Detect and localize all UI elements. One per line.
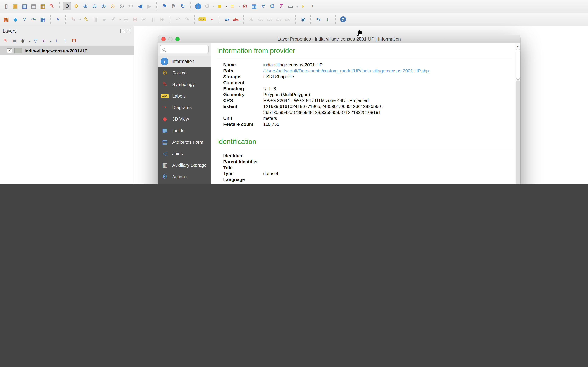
collapse-all-icon[interactable]: ↑	[62, 37, 69, 44]
paste-features-icon[interactable]: ⊞	[158, 15, 167, 24]
new-virtual-layer-icon[interactable]: V	[54, 15, 62, 24]
sidebar-item-attributes-form[interactable]: ▤ Attributes Form	[158, 136, 211, 148]
select-features-icon[interactable]: ■	[216, 2, 224, 10]
expand-all-icon[interactable]: ↓	[53, 37, 60, 44]
sidebar-item-actions[interactable]: ⚙ Actions	[158, 171, 211, 183]
map-tips-icon[interactable]: ◗	[299, 2, 307, 10]
undo-icon[interactable]: ↶	[173, 15, 182, 24]
toggle-editing-icon[interactable]: ✎	[82, 15, 90, 24]
filter-expression-icon[interactable]: ε	[41, 37, 48, 44]
redo-icon[interactable]: ↷	[183, 15, 191, 24]
remove-layer-icon[interactable]: ⊟	[70, 37, 78, 44]
zoom-in-icon[interactable]: ⊕	[81, 2, 90, 10]
sidebar-item-display[interactable]: ◗ Display	[158, 183, 211, 184]
plugin-installer-icon[interactable]: ↓	[323, 15, 332, 24]
sidebar-item-information[interactable]: i Information	[158, 56, 211, 67]
zoom-to-layer-icon[interactable]: ⊙	[118, 2, 126, 10]
zoom-to-selection-icon[interactable]: ⊙	[109, 2, 117, 10]
pan-to-selection-icon[interactable]: ✥	[72, 2, 80, 10]
delete-selected-icon[interactable]: ⊟	[131, 15, 139, 24]
show-hide-labels-icon[interactable]: abc	[256, 15, 265, 24]
change-label-icon[interactable]: abc	[284, 15, 292, 24]
dialog-search-input[interactable]	[167, 47, 206, 52]
stop-labeling-icon[interactable]: abc	[232, 15, 240, 24]
scrollbar-thumb[interactable]	[516, 49, 520, 80]
help-icon[interactable]: ?	[339, 15, 347, 24]
new-memory-layer-icon[interactable]: ▦	[38, 15, 47, 24]
sidebar-item-auxiliary-storage[interactable]: ▥ Auxiliary Storage	[158, 159, 211, 171]
sidebar-item-source[interactable]: ⚙ Source	[158, 67, 211, 79]
save-project-icon[interactable]: ▥	[20, 2, 29, 10]
sidebar-item-diagrams[interactable]: ◔ Diagrams	[158, 102, 211, 113]
hand-cursor	[355, 29, 364, 39]
panel-close-icon[interactable]	[127, 28, 131, 33]
layout-manager-icon[interactable]: ▦	[38, 2, 47, 10]
new-project-icon[interactable]: ▯	[2, 2, 10, 10]
filter-legend-icon[interactable]: ▽	[32, 37, 39, 44]
move-label-icon[interactable]: abc	[265, 15, 274, 24]
new-geopackage-layer-icon[interactable]: ◆	[11, 15, 20, 24]
new-spatialite-layer-icon[interactable]: ✑	[29, 15, 38, 24]
zoom-next-icon[interactable]: ▶	[145, 2, 153, 10]
attribute-table-icon[interactable]: ▦	[250, 2, 258, 10]
refresh-icon[interactable]: ↻	[179, 2, 187, 10]
identify-features-icon[interactable]: i	[194, 2, 202, 10]
text-annotation-icon[interactable]: T	[308, 2, 316, 10]
layer-visibility-checkbox[interactable]	[7, 48, 12, 53]
save-edits-icon[interactable]: ▥	[91, 15, 99, 24]
deselect-features-icon[interactable]: ⊘	[241, 2, 249, 10]
zoom-full-extent-icon[interactable]: ⊛	[99, 2, 108, 10]
pin-labels-icon[interactable]: ab	[223, 15, 231, 24]
dialog-search-box[interactable]	[160, 45, 209, 53]
processing-toolbox-icon[interactable]: ⚙	[268, 2, 277, 10]
cut-features-icon[interactable]: ✂	[140, 15, 148, 24]
show-bookmarks-icon[interactable]: ⚑	[169, 2, 178, 10]
zoom-native-icon[interactable]: 1:1	[127, 2, 135, 10]
zoom-last-icon[interactable]: ◀	[136, 2, 144, 10]
rotate-label-icon[interactable]: abc	[274, 15, 283, 24]
sidebar-item-joins[interactable]: ◁ Joins	[158, 148, 211, 159]
dialog-titlebar[interactable]: Layer Properties - india-village-census-…	[158, 35, 520, 43]
scroll-up-icon[interactable]	[515, 43, 520, 49]
style-manager-icon[interactable]: ✎	[48, 2, 56, 10]
current-edits-icon[interactable]: ✎	[69, 15, 78, 24]
layer-diagram-icon[interactable]: ◔	[207, 15, 216, 24]
dialog-scrollbar[interactable]	[515, 43, 520, 184]
new-shapefile-layer-icon[interactable]: V	[20, 15, 29, 24]
sidebar-item-fields[interactable]: ▦ Fields	[158, 125, 211, 136]
data-source-manager-icon[interactable]: ▧	[2, 15, 10, 24]
scrollbar-track[interactable]	[516, 80, 520, 184]
sidebar-item-3d-view[interactable]: ◆ 3D View	[158, 113, 211, 125]
dialog-close-icon[interactable]	[161, 37, 165, 41]
statistics-icon[interactable]: #	[259, 2, 268, 10]
run-feature-action-icon[interactable]: ⚙	[203, 2, 211, 10]
panel-float-icon[interactable]	[121, 28, 125, 33]
metasearch-icon[interactable]: ◉	[299, 15, 307, 24]
new-print-layout-icon[interactable]: ▤	[29, 2, 38, 10]
digitize-icon[interactable]: ●	[100, 15, 109, 24]
layer-row-india-village-census[interactable]: india-village-census-2001-UP	[0, 46, 134, 55]
python-console-icon[interactable]: Py	[314, 15, 323, 24]
divider	[217, 149, 513, 149]
open-project-icon[interactable]: ▣	[11, 2, 20, 10]
zoom-out-icon[interactable]: ⊖	[90, 2, 99, 10]
copy-features-icon[interactable]: ▯	[149, 15, 157, 24]
advanced-digitizing-icon[interactable]: ✐	[109, 15, 118, 24]
sidebar-item-symbology[interactable]: ✎ Symbology	[158, 79, 211, 90]
pan-map-icon[interactable]: ✥	[63, 2, 71, 10]
dialog-minimize-icon[interactable]	[168, 37, 173, 41]
measure-icon[interactable]: ▭	[286, 2, 295, 10]
sidebar-item-labels[interactable]: abc Labels	[158, 90, 211, 102]
add-group-icon[interactable]: ▣	[11, 37, 18, 44]
map-canvas[interactable]: Layer Properties - india-village-census-…	[134, 26, 588, 184]
pin-unpin-labels-icon[interactable]: ab	[247, 15, 256, 24]
dialog-zoom-icon[interactable]	[175, 37, 180, 41]
layer-name[interactable]: india-village-census-2001-UP	[25, 48, 87, 53]
layer-labeling-icon[interactable]: abc	[198, 15, 207, 24]
new-bookmark-icon[interactable]: ⚑	[160, 2, 169, 10]
modify-attributes-icon[interactable]: ▤	[122, 15, 130, 24]
manage-visibility-icon[interactable]: ◉	[20, 37, 27, 44]
select-by-value-icon[interactable]: ≡	[228, 2, 237, 10]
statistical-summary-icon[interactable]: Σ	[277, 2, 285, 10]
layer-styling-icon[interactable]: ✎	[2, 37, 9, 44]
